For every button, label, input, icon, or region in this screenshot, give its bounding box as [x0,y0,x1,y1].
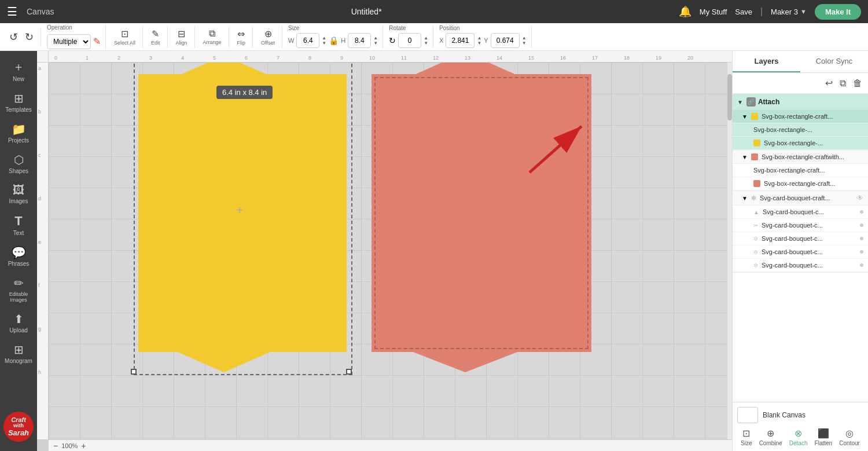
x-input[interactable] [446,33,475,48]
height-input[interactable] [348,33,371,48]
list-item[interactable]: ✂ Svg-card-bouquet-c... [733,219,868,232]
menu-icon[interactable]: ☰ [7,5,17,19]
chevron-down-icon: ▼ [742,154,748,160]
undo-button[interactable]: ↺ [7,28,20,46]
select-all-button[interactable]: ⊡ Select All [112,26,138,48]
upload-label: Upload [9,327,28,333]
layer-card-5-label: Svg-card-bouquet-c... [762,262,856,269]
dot-icon [860,237,863,240]
my-stuff-link[interactable]: My Stuff [700,8,727,16]
bell-icon[interactable]: 🔔 [679,5,692,18]
redo-button[interactable]: ↻ [23,28,36,46]
canvas-scrollbar-v[interactable] [727,63,732,439]
flip-label: Flip [237,40,246,46]
y-input[interactable] [491,33,520,48]
list-item[interactable]: Svg-box-rectangle-craft... [733,177,868,190]
arrange-button[interactable]: ⧉ Arrange [201,26,224,47]
handle-br[interactable] [346,369,352,375]
combine-action-button[interactable]: ⊕ Combine [759,428,782,446]
sidebar-item-new[interactable]: ＋ New [2,56,35,86]
blank-canvas-row: Blank Canvas [737,407,863,423]
canvas-area[interactable]: 0 1 2 3 4 5 6 7 8 9 10 11 12 13 14 15 16… [37,51,732,451]
pencil-icon[interactable]: ✎ [93,36,101,47]
editable-images-label: Editable Images [5,291,32,303]
shape-yellow-container[interactable]: + [138,74,347,352]
list-item[interactable]: Svg-box-rectangle-... [733,137,868,150]
lock-icon[interactable]: 🔒 [329,36,339,45]
save-button[interactable]: Save [735,8,752,16]
sidebar-item-images[interactable]: 🖼 Images [2,180,35,208]
delete-button[interactable]: 🗑 [852,77,863,90]
list-item[interactable]: Svg-box-rectangle-craft... [733,164,868,177]
detach-action-button[interactable]: ⊗ Detach [789,428,808,446]
rotate-input[interactable] [398,33,421,48]
shape-yellow-bottom-flap [178,352,270,372]
ruler-vertical: a b c d e f g h [37,63,49,439]
flip-button[interactable]: ⇔ Flip [235,26,248,48]
tab-color-sync[interactable]: Color Sync [800,51,868,72]
align-group: ⊟ Align [174,26,195,48]
list-item[interactable]: ✼ Svg-card-bouquet-c... [733,245,868,259]
sidebar-item-editable-images[interactable]: ✏ Editable Images [2,273,35,306]
rotate-stepper[interactable]: ▲▼ [424,35,428,46]
shape-pink-body [372,74,591,352]
ruler-horizontal: 0 1 2 3 4 5 6 7 8 9 10 11 12 13 14 15 16… [49,51,732,63]
y-stepper[interactable]: ▲▼ [522,35,527,46]
sidebar-item-templates[interactable]: ⊞ Templates [2,88,35,116]
zoom-out-button[interactable]: − [53,441,58,450]
layer-subgroup-box-rect-1-header[interactable]: ▼ Svg-box-rectangle-craft... [733,110,868,123]
layer-craft-1-label: Svg-box-rectangle-craft... [753,167,863,174]
layer-card-header[interactable]: ▼ ✼ Svg-card-bouquet-craft... 👁 [733,191,868,206]
blank-canvas-swatch[interactable] [737,407,758,423]
width-stepper[interactable]: ▲▼ [322,35,326,46]
position-group: Position X ▲▼ Y ▲▼ [439,25,532,48]
duplicate-button[interactable]: ⧉ [838,77,847,90]
tab-layers[interactable]: Layers [733,51,800,72]
width-input[interactable] [296,33,319,48]
sidebar-item-text[interactable]: T Text [2,210,35,240]
height-stepper[interactable]: ▲▼ [373,35,378,46]
monogram-label: Monogram [5,358,32,364]
zoom-in-button[interactable]: + [81,441,86,450]
machine-selector[interactable]: Maker 3 ▼ [771,8,807,16]
panel-bottom: Blank Canvas ⊡ Size ⊕ Combine ⊗ Detach ⬛… [733,402,868,451]
attach-group-label: Attach [758,98,779,106]
dot-icon [860,263,863,267]
sidebar-item-monogram[interactable]: ⊞ Monogram [2,339,35,368]
text-label: Text [13,230,24,236]
size-action-button[interactable]: ⊡ Size [741,428,752,446]
handle-bl[interactable] [131,369,137,375]
dot-icon [860,223,863,227]
flatten-action-button[interactable]: ⬛ Flatten [815,428,833,446]
detach-action-icon: ⊗ [795,428,802,439]
sidebar-item-projects[interactable]: 📁 Projects [2,119,35,147]
align-button[interactable]: ⊟ Align [174,26,190,48]
layer-craftwith-label: Svg-box-rectangle-craftwith... [762,153,863,160]
eye-hidden-icon[interactable]: 👁 [856,194,863,202]
restore-button[interactable]: ↩ [824,76,834,90]
canvas-bottom-bar: − 100% + [49,439,732,451]
sidebar-item-shapes[interactable]: ⬡ Shapes [2,149,35,178]
shape-pink-container[interactable] [372,74,591,352]
right-panel: Layers Color Sync ↩ ⧉ 🗑 ▼ 🔗 Attach ▼ [732,51,868,451]
images-label: Images [9,198,28,204]
layer-craftwith-header[interactable]: ▼ Svg-box-rectangle-craftwith... [733,151,868,164]
list-item[interactable]: Svg-box-rectangle-... [733,123,868,137]
editable-images-icon: ✏ [14,276,24,290]
make-it-button[interactable]: Make It [815,4,861,20]
offset-button[interactable]: ⊕ Offset [259,26,277,48]
x-stepper[interactable]: ▲▼ [477,35,481,46]
sidebar-item-upload[interactable]: ⬆ Upload [2,309,35,337]
doc-title: Untitled* [63,7,669,16]
list-item[interactable]: ✼ Svg-card-bouquet-c... [733,259,868,272]
position-label: Position [439,25,460,31]
chevron-down-icon: ▼ [737,99,743,105]
layer-group-attach-header[interactable]: ▼ 🔗 Attach [733,94,868,110]
operation-select[interactable]: Multiple [47,34,91,49]
list-item[interactable]: ▲ Svg-card-bouquet-c... [733,206,868,219]
contour-action-button[interactable]: ◎ Contour [839,428,860,446]
edit-button[interactable]: ✎ Edit [149,26,163,48]
list-item[interactable]: ✼ Svg-card-bouquet-c... [733,232,868,245]
layer-card-4-label: Svg-card-bouquet-c... [762,248,856,255]
sidebar-item-phrases[interactable]: 💬 Phrases [2,242,35,270]
